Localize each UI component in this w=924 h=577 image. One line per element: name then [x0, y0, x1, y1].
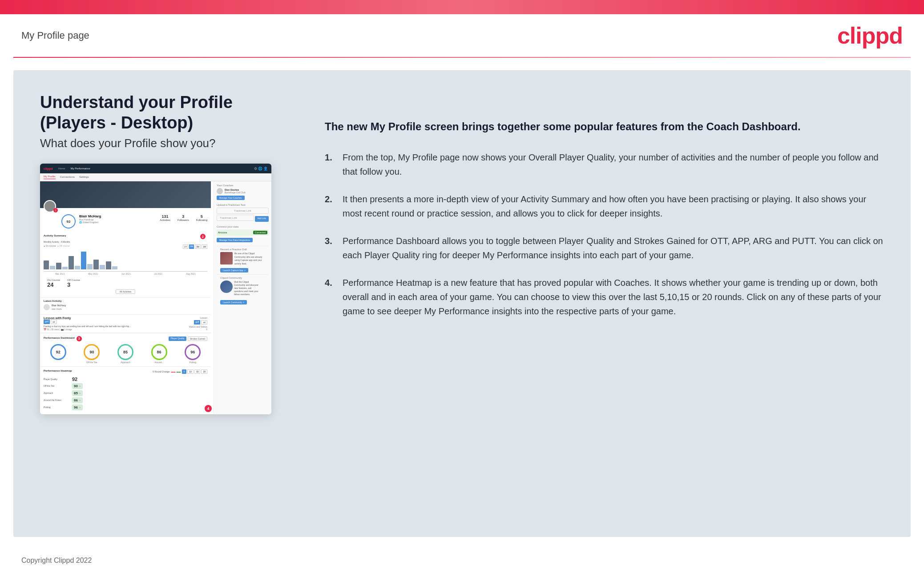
- mock-toggle-sg[interactable]: Strokes Gained: [188, 337, 207, 341]
- numbered-list: From the top, My Profile page now shows …: [325, 150, 884, 318]
- mock-activity-avatar-1: [44, 304, 50, 310]
- mock-perf-header: Performance Dashboard 3 Player Quality S…: [44, 336, 207, 341]
- mock-community-section: Clippd Community Visit the ClippdCommuni…: [217, 274, 269, 306]
- mock-perf-title: Performance Dashboard: [44, 337, 75, 339]
- mock-trackman-row: Trackman Link Add Link: [217, 215, 269, 222]
- mock-lesson-title: Lesson with Fonty: [44, 317, 187, 320]
- mock-label-mar: Mar 2021: [55, 272, 65, 275]
- mock-connect-section: Connect your data Arccos Connected Manag…: [217, 225, 269, 242]
- footer: Copyright Clippd 2022: [0, 549, 924, 572]
- mock-stat-num-following: 5: [196, 214, 207, 219]
- mock-manage-coaches-btn[interactable]: Manage Your Coaches: [217, 196, 245, 200]
- mock-lesson-tags: golf att: [44, 320, 187, 324]
- list-item-4: Performance Heatmap is a new feature tha…: [325, 276, 884, 318]
- mock-heatmap-range-label: 5 Round Change:: [153, 370, 170, 373]
- mock-coaches-title: Your Coaches: [217, 184, 269, 187]
- mock-right-panel: Your Coaches Dan Davies Barnehage Golf C…: [214, 181, 271, 414]
- mock-filter-off-course: ● Off-course: [57, 244, 70, 249]
- mock-time-1y[interactable]: 1Y: [183, 244, 188, 249]
- mock-bar-2: [50, 266, 55, 269]
- mock-label-may: May 2021: [88, 272, 98, 275]
- list-item-2: It then presents a more in-depth view of…: [325, 192, 884, 220]
- mock-ring-value-overall: 92: [50, 344, 66, 360]
- mock-lesson-tag-3: golf: [194, 320, 200, 325]
- mock-bar-11: [106, 261, 111, 269]
- mock-lesson-tags-2: golf att: [189, 320, 207, 325]
- mock-lesson-info: Lesson with Fonty golf att Feeling is th…: [44, 317, 187, 331]
- mock-perf-title-row: Performance Dashboard 3: [44, 336, 82, 341]
- mock-time-3m[interactable]: 3M: [195, 244, 201, 249]
- mock-ctrl-10[interactable]: 10: [187, 369, 194, 374]
- mock-community-img: [220, 280, 233, 293]
- mock-bar-8: [87, 264, 93, 269]
- mock-coach-info: Dan Davies Barnehage Golf Club: [225, 188, 246, 194]
- mock-heatmap-arg-value: 86: [74, 398, 78, 402]
- mock-badge-4: 4: [205, 405, 212, 412]
- mock-course-counts: On Course 24 Off Course 3: [44, 277, 207, 290]
- mock-bar-5: [69, 256, 74, 269]
- mock-lesson-text: Feeling is that my hips are ending low a…: [44, 325, 187, 328]
- mock-heatmap-row-pq: Player Quality 92: [44, 377, 207, 382]
- mock-ctrl-15[interactable]: 15: [194, 369, 201, 374]
- mock-perf-dashboard: Performance Dashboard 3 Player Quality S…: [40, 333, 211, 366]
- mock-stat-label-following: Following: [196, 219, 207, 221]
- mock-perf-rings: 92 90 Off the Tee 85 Approach: [44, 344, 207, 364]
- mock-heatmap-ott-cell: 90 ↓↓: [72, 383, 83, 389]
- mock-arccos-row: Arccos Connected: [217, 229, 269, 236]
- mock-heatmap-ott-value: 90: [74, 384, 78, 388]
- mock-ring-value-putt: 96: [185, 344, 201, 360]
- mock-community-title: Clippd Community: [220, 276, 265, 279]
- mock-stat-num-activities: 131: [160, 214, 170, 219]
- mock-toggle-pq[interactable]: Player Quality: [169, 337, 186, 341]
- mock-stat-followers: 3 Followers: [178, 214, 189, 221]
- mock-drill-text: Be one of the ClippdCommunity who are al…: [234, 252, 262, 265]
- mock-ctrl-20[interactable]: 20: [201, 369, 207, 374]
- mock-ring-overall: 92: [50, 344, 66, 364]
- mock-time-1m[interactable]: 1M: [202, 244, 207, 249]
- mock-off-course-count: Off Course 3: [67, 279, 80, 288]
- mock-label-jul: Jul 2021: [154, 272, 162, 275]
- mock-heatmap-app-value: 85: [74, 391, 78, 395]
- mock-launch-community-btn[interactable]: Launch Community ↗: [220, 300, 247, 305]
- mock-ring-label-app: Approach: [117, 361, 133, 364]
- mock-stat-activities: 131 Activities: [160, 214, 170, 221]
- mock-lesson-type: Lesson: [189, 317, 207, 319]
- mock-time-6m[interactable]: 6M: [189, 244, 194, 249]
- mock-subnav-settings: Settings: [79, 176, 89, 179]
- mock-manage-data-btn[interactable]: Manage Your Data Integrations: [217, 238, 253, 242]
- mock-off-course-num: 3: [67, 281, 80, 288]
- mock-activity-section: Activity Summary 2 Monthly Activity - 6 …: [40, 231, 211, 297]
- list-item-4-text: Performance Heatmap is a new feature tha…: [343, 276, 884, 318]
- mock-stat-label-followers: Followers: [178, 219, 189, 221]
- mock-heatmap-pq-label: Player Quality: [44, 378, 70, 381]
- mock-ring-label-putt: Putting: [185, 361, 201, 364]
- mock-heatmap-row-ott: Off the Tee 90 ↓↓: [44, 383, 207, 389]
- mock-community-text: Visit the ClippdCommunity and discoverne…: [234, 280, 258, 296]
- list-item-1: From the top, My Profile page now shows …: [325, 150, 884, 179]
- mock-drill-row: Be one of the ClippdCommunity who are al…: [220, 252, 265, 265]
- mock-perf-toggle: Player Quality Strokes Gained: [169, 337, 207, 341]
- mock-lesson-count: 5: [189, 328, 207, 331]
- mock-activity-title: Activity Summary: [44, 234, 66, 237]
- mock-launch-capture-btn[interactable]: Launch Capture App ↗: [220, 268, 248, 272]
- mock-activity-period: Monthly Activity - 6 Months: [44, 240, 207, 243]
- mock-heatmap-title: Performance Heatmap: [44, 369, 72, 372]
- mock-badge-2: 2: [200, 234, 206, 239]
- mock-nav-icons: ⚙ 🌐 👤: [254, 167, 268, 171]
- mock-ring-ott: 90 Off the Tee: [84, 344, 100, 364]
- mock-coaches-section: Your Coaches Dan Davies Barnehage Golf C…: [217, 184, 269, 200]
- mock-latest-title: Latest Activity: [44, 300, 207, 302]
- mock-two-col: 1 92 Blair McHarg Plus Handicap 🌐 United…: [40, 181, 271, 414]
- mock-bar-10: [100, 265, 105, 269]
- mock-heatmap-app-arrow: ↓↓: [79, 392, 81, 394]
- mock-add-trackman-btn[interactable]: Add Link: [255, 216, 269, 222]
- mock-all-activities-btn[interactable]: All Activities: [44, 290, 207, 293]
- list-item-3-text: Performance Dashboard allows you to togg…: [343, 234, 884, 262]
- mock-profile-name: Blair McHarg: [79, 214, 101, 218]
- mock-ctrl-5[interactable]: 5: [182, 369, 187, 374]
- mock-bar-4: [62, 267, 68, 269]
- mock-heatmap-app-label: Approach: [44, 392, 70, 394]
- mock-heatmap-putt-value: 96: [74, 405, 78, 409]
- mock-trackman-input[interactable]: Trackman Link: [217, 215, 254, 221]
- mock-connected-badge: Connected: [253, 231, 267, 234]
